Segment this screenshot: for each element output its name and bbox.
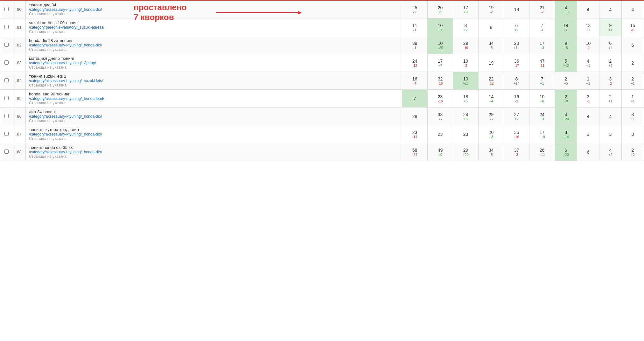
cell-diff-value: +22 [456, 81, 476, 85]
cell-main-value: 17 [532, 41, 552, 46]
keyword-url[interactable]: /category/aksessuary-i-tyuning/_honda-di… [29, 150, 399, 154]
keyword-cell: honda dio 28 zx тюнинг/category/aksessua… [26, 36, 402, 54]
data-cell: 10+22 [453, 72, 479, 90]
keyword-title: тюнинг дио 34 [29, 3, 399, 7]
cell-main-value: 28 [405, 114, 425, 119]
cell-main-value: 4 [602, 7, 619, 12]
cell-main-value: 10 [430, 41, 450, 46]
data-cell: 4+17 [555, 0, 577, 18]
table-row: 83мотоцикл днепр тюнинг/category/aksessu… [0, 54, 644, 72]
keyword-url[interactable]: /category/aksessuary-i-tyuning/_honda-le… [29, 96, 399, 101]
cell-diff-value: +4 [602, 46, 619, 50]
keyword-url[interactable]: /category/aksessuary-i-tyuning/_Днепр/ [29, 61, 399, 65]
cell-diff-value: +1 [580, 28, 597, 32]
cell-diff-value: +1 [624, 117, 641, 121]
cell-main-value: 47 [532, 59, 552, 64]
cell-main-value: 9 [557, 41, 574, 46]
row-checkbox[interactable] [4, 43, 9, 47]
data-cell: 13+1 [577, 18, 599, 36]
keyword-title: suzuki address 100 тюнинг [29, 20, 399, 25]
cell-main-value: 2 [624, 76, 641, 81]
cell-main-value: 6 [507, 23, 527, 28]
cell-diff-value: -19 [456, 46, 476, 50]
cell-diff-value: -7 [557, 28, 574, 32]
data-cell: 20+14 [504, 36, 529, 54]
keyword-url[interactable]: /category/perednie-variatory/_suzuki-adr… [29, 25, 399, 30]
cell-main-value: 1 [624, 94, 641, 99]
data-cell: 36-16 [504, 125, 529, 143]
data-cell: 22-12 [479, 72, 504, 90]
cell-diff-value: +20 [557, 153, 574, 157]
data-cell: 17+3 [453, 0, 479, 18]
cell-main-value: 2 [557, 76, 574, 81]
keyword-url[interactable]: /category/aksessuary-i-tyuning/_honda-di… [29, 7, 399, 12]
cell-diff-value: +8 [557, 46, 574, 50]
row-checkbox[interactable] [4, 7, 9, 11]
data-cell: 19-2 [479, 0, 504, 18]
row-checkbox-cell [0, 0, 13, 18]
row-checkbox[interactable] [4, 60, 9, 65]
cell-diff-value: +17 [557, 10, 574, 14]
data-cell: 8+2 [453, 18, 479, 36]
cell-main-value: 17 [430, 59, 450, 64]
data-cell: 4 [577, 0, 599, 18]
data-cell: 3 [599, 125, 622, 143]
table-row: 82honda dio 28 zx тюнинг/category/aksess… [0, 36, 644, 54]
row-checkbox-cell [0, 90, 13, 108]
data-cell: 1+1 [577, 72, 599, 90]
cell-diff-value: -16 [507, 135, 527, 139]
row-checkbox[interactable] [4, 150, 9, 154]
data-cell: 3-1 [577, 90, 599, 108]
data-cell: 3 [577, 125, 599, 143]
cell-main-value: 3 [624, 112, 641, 117]
cell-main-value: 27 [507, 112, 527, 117]
data-cell: 8+14 [504, 72, 529, 90]
cell-diff-value: +1 [532, 81, 552, 85]
data-cell: 7-1 [529, 18, 555, 36]
cell-diff-value: +1 [580, 81, 597, 85]
data-cell: 10-1 [577, 36, 599, 54]
cell-main-value: 20 [507, 41, 527, 46]
data-cell: 37-3 [504, 143, 529, 161]
cell-main-value: 14 [557, 23, 574, 28]
data-cell: 2+2 [622, 143, 644, 161]
cell-main-value: 18 [456, 94, 476, 99]
cell-main-value: 9 [602, 23, 619, 28]
data-cell: 34-5 [479, 143, 504, 161]
cell-main-value: 2 [602, 59, 619, 64]
cell-main-value: 34 [481, 148, 501, 153]
keyword-url[interactable]: /category/aksessuary-i-tyuning/_honda-di… [29, 132, 399, 136]
data-cell: 3+1 [622, 108, 644, 125]
row-checkbox[interactable] [4, 132, 9, 136]
cell-main-value: 20 [430, 5, 450, 10]
cell-main-value: 29 [456, 148, 476, 153]
keyword-url[interactable]: /category/aksessuary-i-tyuning/_suzuki-l… [29, 79, 399, 83]
data-cell: 14+4 [479, 90, 504, 108]
cell-main-value: 19 [481, 60, 501, 66]
cell-diff-value: -6 [624, 28, 641, 32]
data-cell: 23-14 [402, 125, 428, 143]
data-cell: 23-16 [428, 90, 453, 108]
row-checkbox[interactable] [4, 25, 9, 29]
cell-main-value: 20 [481, 130, 501, 135]
row-checkbox[interactable] [4, 78, 9, 82]
row-number: 81 [13, 18, 26, 36]
table-row: 81suzuki address 100 тюнинг/category/per… [0, 18, 644, 36]
row-checkbox[interactable] [4, 114, 9, 118]
row-number: 84 [13, 72, 26, 90]
cell-main-value: 2 [624, 60, 641, 66]
table-row: 87тюнинг скутера хонда дио/category/akse… [0, 125, 644, 143]
cell-main-value: 3 [624, 132, 641, 137]
data-cell: 24+9 [453, 108, 479, 125]
row-checkbox[interactable] [4, 96, 9, 100]
cell-main-value: 4 [602, 148, 619, 153]
data-cell: 6+20 [555, 143, 577, 161]
cell-diff-value: -1 [405, 46, 425, 50]
keyword-url[interactable]: /category/aksessuary-i-tyuning/_honda-di… [29, 43, 399, 47]
cell-main-value: 24 [456, 112, 476, 117]
cell-diff-value: +5 [557, 81, 574, 85]
cell-diff-value: +5 [430, 10, 450, 14]
keyword-url[interactable]: /category/aksessuary-i-tyuning/_honda-di… [29, 114, 399, 119]
row-checkbox-cell [0, 54, 13, 72]
cell-diff-value: +14 [507, 46, 527, 50]
